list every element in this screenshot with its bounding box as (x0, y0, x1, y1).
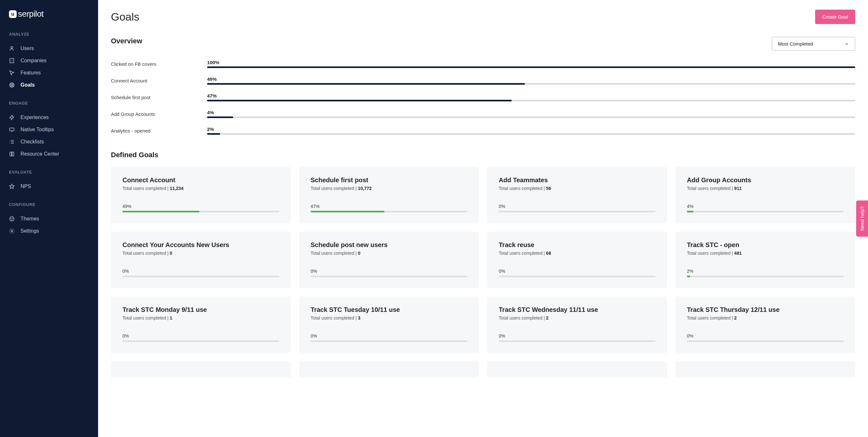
overview-bar: 2% (207, 126, 855, 135)
sidebar-item-checklists[interactable]: Checklists (9, 136, 89, 148)
card-subtitle: Total users completed | 2 (687, 315, 844, 321)
svg-point-2 (10, 83, 14, 87)
card-subtitle: Total users completed | 56 (499, 186, 655, 191)
overview-percent: 49% (207, 76, 855, 82)
progress-track (687, 275, 844, 277)
tooltip-icon (9, 127, 15, 133)
card-subtitle: Total users completed | 68 (499, 251, 655, 256)
card-title: Track STC Wednesday 11/11 use (499, 306, 655, 314)
overview-percent: 2% (207, 126, 855, 132)
progress-track (499, 275, 655, 277)
card-percent: 4% (687, 204, 844, 209)
sidebar-item-label: Goals (21, 82, 35, 88)
cursor-icon (9, 70, 15, 76)
goal-card-placeholder (487, 361, 667, 377)
card-subtitle: Total users completed | 911 (687, 186, 844, 191)
defined-goals-heading: Defined Goals (111, 151, 855, 159)
chevron-down-icon (845, 42, 849, 46)
card-percent: 0% (499, 204, 655, 209)
card-title: Track STC - open (687, 241, 844, 249)
progress-track (122, 275, 279, 277)
overview-item: Add Group Accounts 4% (111, 110, 855, 118)
goal-card-placeholder (111, 361, 291, 377)
overview-item: Analytics - opened 2% (111, 126, 855, 135)
sidebar-item-settings[interactable]: Settings (9, 225, 89, 237)
logo-mark-icon: u (9, 10, 17, 18)
sidebar-item-label: Settings (21, 228, 39, 234)
goal-card[interactable]: Connect Your Accounts New Users Total us… (111, 232, 291, 288)
sidebar-item-companies[interactable]: Companies (9, 55, 89, 67)
sidebar-item-features[interactable]: Features (9, 67, 89, 79)
overview-item: Schedule first post 47% (111, 93, 855, 101)
progress-track (687, 211, 844, 212)
card-title: Track STC Monday 9/11 use (122, 306, 279, 314)
svg-point-0 (11, 47, 13, 49)
goal-card[interactable]: Track STC Tuesday 10/11 use Total users … (299, 296, 479, 353)
help-tab[interactable]: Need help? (856, 201, 868, 237)
card-percent: 0% (122, 333, 279, 339)
overview-label: Connect Account (111, 78, 197, 83)
target-icon (9, 82, 15, 88)
nav-heading-evaluate: EVALUATE (9, 170, 89, 175)
goal-card[interactable]: Track reuse Total users completed | 68 0… (487, 232, 667, 288)
goal-card[interactable]: Track STC Monday 9/11 use Total users co… (111, 296, 291, 353)
card-title: Track reuse (499, 241, 655, 249)
goal-card[interactable]: Schedule first post Total users complete… (299, 167, 479, 223)
sidebar-item-label: Companies (21, 58, 46, 63)
overview-heading: Overview (111, 37, 142, 45)
goal-card[interactable]: Connect Account Total users completed | … (111, 167, 291, 223)
sidebar-item-themes[interactable]: Themes (9, 213, 89, 225)
nav-heading-analyze: ANALYZE (9, 32, 89, 36)
sidebar: u serpilot ANALYZE Users Companies Featu… (0, 0, 98, 437)
card-title: Connect Account (122, 176, 279, 184)
sidebar-item-goals[interactable]: Goals (9, 79, 89, 91)
building-icon (9, 58, 15, 63)
card-percent: 2% (687, 268, 844, 274)
progress-track (207, 133, 855, 135)
overview-percent: 47% (207, 93, 855, 98)
card-percent: 0% (122, 268, 279, 274)
card-subtitle: Total users completed | 11,234 (122, 186, 279, 191)
svg-rect-1 (10, 58, 14, 63)
sidebar-item-tooltips[interactable]: Native Tooltips (9, 123, 89, 136)
overview-bar: 49% (207, 76, 855, 85)
help-label: Need help? (859, 206, 865, 231)
overview-percent: 4% (207, 110, 855, 115)
goal-card-placeholder (299, 361, 479, 377)
sidebar-item-experiences[interactable]: Experiences (9, 111, 89, 123)
sidebar-item-users[interactable]: Users (9, 42, 89, 55)
overview-item: Connect Account 49% (111, 76, 855, 85)
progress-track (207, 100, 855, 101)
card-subtitle: Total users completed | 2 (499, 315, 655, 321)
svg-point-8 (11, 220, 12, 220)
goal-card[interactable]: Track STC Thursday 12/11 use Total users… (675, 296, 855, 353)
overview-list: Clicked on FB covers 100% Connect Accoun… (111, 60, 855, 135)
sidebar-item-label: Users (21, 46, 34, 51)
goal-card[interactable]: Track STC - open Total users completed |… (675, 232, 855, 288)
overview-item: Clicked on FB covers 100% (111, 60, 855, 68)
card-percent: 49% (122, 204, 279, 209)
goal-card[interactable]: Track STC Wednesday 11/11 use Total user… (487, 296, 667, 353)
brand-logo[interactable]: u serpilot (0, 9, 98, 32)
svg-point-6 (10, 218, 11, 219)
sort-dropdown[interactable]: Most Completed (772, 37, 855, 51)
progress-track (687, 341, 844, 342)
progress-track (499, 341, 655, 342)
bolt-icon (9, 115, 15, 120)
sidebar-item-label: Themes (21, 216, 39, 222)
goal-card[interactable]: Add Group Accounts Total users completed… (675, 167, 855, 223)
create-goal-button[interactable]: Create Goal (815, 10, 855, 24)
sort-label: Most Completed (778, 41, 813, 47)
sidebar-item-resource-center[interactable]: Resource Center (9, 148, 89, 160)
goal-card[interactable]: Schedule post new users Total users comp… (299, 232, 479, 288)
overview-bar: 100% (207, 60, 855, 68)
card-subtitle: Total users completed | 0 (122, 251, 279, 256)
progress-track (311, 341, 467, 342)
book-icon (9, 151, 15, 157)
overview-bar: 4% (207, 110, 855, 118)
card-title: Add Group Accounts (687, 176, 844, 184)
card-subtitle: Total users completed | 3 (311, 315, 467, 321)
sidebar-item-nps[interactable]: NPS (9, 180, 89, 193)
card-percent: 47% (311, 204, 467, 209)
goal-card[interactable]: Add Teammates Total users completed | 56… (487, 167, 667, 223)
